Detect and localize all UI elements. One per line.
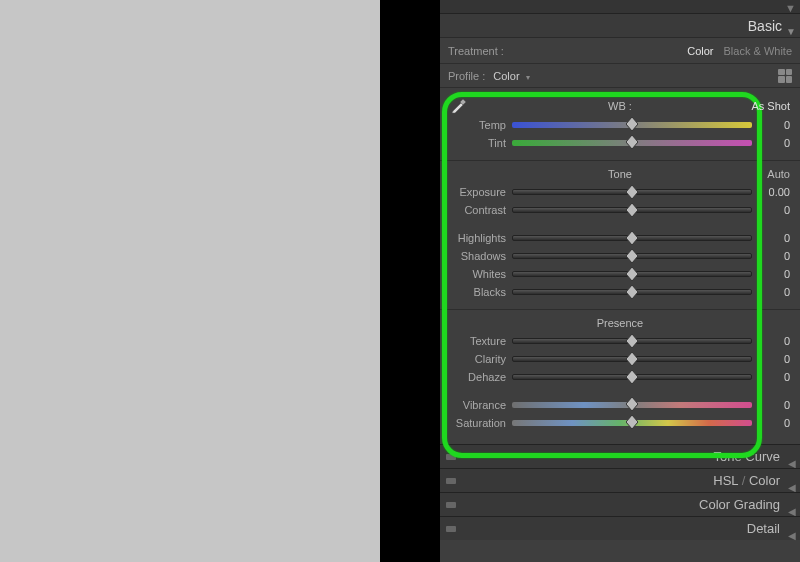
saturation-value[interactable]: 0 xyxy=(752,417,790,429)
color-grading-panel-header[interactable]: Color Grading ◀ xyxy=(440,492,800,516)
tint-slider[interactable] xyxy=(512,140,752,146)
slider-handle[interactable] xyxy=(626,397,638,411)
treatment-row: Treatment : Color Black & White xyxy=(440,38,800,64)
blacks-slider[interactable] xyxy=(512,289,752,295)
basic-panel-body: WB : As Shot Temp 0 Tint 0 Tone xyxy=(440,88,800,444)
saturation-label: Saturation xyxy=(450,417,512,429)
chevron-down-icon: ▼ xyxy=(786,20,796,44)
slider-handle[interactable] xyxy=(626,352,638,366)
blacks-value[interactable]: 0 xyxy=(752,286,790,298)
whites-slider[interactable] xyxy=(512,271,752,277)
contrast-slider[interactable] xyxy=(512,207,752,213)
slider-handle[interactable] xyxy=(626,203,638,217)
treatment-color-option[interactable]: Color xyxy=(687,45,713,57)
tone-curve-panel-header[interactable]: Tone Curve ◀ xyxy=(440,444,800,468)
develop-right-panel: ▼ Basic ▼ Treatment : Color Black & Whit… xyxy=(440,0,800,562)
shadows-slider[interactable] xyxy=(512,253,752,259)
vibrance-slider[interactable] xyxy=(512,402,752,408)
tint-slider-row: Tint 0 xyxy=(440,134,800,152)
shadows-label: Shadows xyxy=(450,250,512,262)
vibrance-label: Vibrance xyxy=(450,399,512,411)
profile-browser-icon[interactable] xyxy=(778,69,792,83)
profile-dropdown[interactable]: Color ▾ xyxy=(493,70,529,82)
slider-handle[interactable] xyxy=(626,370,638,384)
dehaze-label: Dehaze xyxy=(450,371,512,383)
image-canvas xyxy=(0,0,380,562)
presence-section: Presence Texture0 Clarity0 Dehaze0 Vibra… xyxy=(440,310,800,440)
tone-curve-title: Tone Curve xyxy=(714,449,780,464)
wb-title: WB : xyxy=(440,100,800,112)
hsl-title-a: HSL xyxy=(713,473,738,488)
contrast-label: Contrast xyxy=(450,204,512,216)
wb-section: WB : As Shot Temp 0 Tint 0 xyxy=(440,92,800,161)
whites-label: Whites xyxy=(450,268,512,280)
whites-value[interactable]: 0 xyxy=(752,268,790,280)
contrast-value[interactable]: 0 xyxy=(752,204,790,216)
slider-handle[interactable] xyxy=(626,185,638,199)
profile-value: Color xyxy=(493,70,519,82)
tint-label: Tint xyxy=(450,137,512,149)
tone-section: Tone Auto Exposure0.00 Contrast0 Highlig… xyxy=(440,161,800,310)
tone-title: Tone xyxy=(608,168,632,180)
temp-slider-row: Temp 0 xyxy=(440,116,800,134)
chevron-down-icon: ▾ xyxy=(526,73,530,82)
slider-handle[interactable] xyxy=(626,231,638,245)
texture-slider[interactable] xyxy=(512,338,752,344)
slash-divider: / xyxy=(738,473,749,488)
wb-preset-dropdown[interactable]: As Shot xyxy=(751,100,790,112)
profile-label: Profile : xyxy=(448,70,485,82)
dehaze-value[interactable]: 0 xyxy=(752,371,790,383)
vibrance-value[interactable]: 0 xyxy=(752,399,790,411)
temp-slider[interactable] xyxy=(512,122,752,128)
dehaze-slider[interactable] xyxy=(512,374,752,380)
collapsed-panel-above[interactable]: ▼ xyxy=(440,0,800,14)
detail-panel-header[interactable]: Detail ◀ xyxy=(440,516,800,540)
slider-handle[interactable] xyxy=(626,267,638,281)
slider-handle[interactable] xyxy=(626,415,638,429)
basic-panel-header[interactable]: Basic ▼ xyxy=(440,14,800,38)
texture-value[interactable]: 0 xyxy=(752,335,790,347)
blacks-label: Blacks xyxy=(450,286,512,298)
slider-handle[interactable] xyxy=(626,117,638,131)
temp-value[interactable]: 0 xyxy=(752,119,790,131)
treatment-label: Treatment : xyxy=(448,45,504,57)
clarity-label: Clarity xyxy=(450,353,512,365)
white-balance-dropper-icon[interactable] xyxy=(450,98,468,114)
profile-row: Profile : Color ▾ xyxy=(440,64,800,88)
panel-toggle-icon[interactable] xyxy=(446,454,456,460)
treatment-bw-option[interactable]: Black & White xyxy=(724,45,792,57)
basic-panel-title: Basic xyxy=(748,18,782,34)
texture-label: Texture xyxy=(450,335,512,347)
color-grading-title: Color Grading xyxy=(699,497,780,512)
highlights-label: Highlights xyxy=(450,232,512,244)
hsl-color-panel-header[interactable]: HSL / Color ◀ xyxy=(440,468,800,492)
saturation-slider[interactable] xyxy=(512,420,752,426)
panel-toggle-icon[interactable] xyxy=(446,526,456,532)
temp-label: Temp xyxy=(450,119,512,131)
shadows-value[interactable]: 0 xyxy=(752,250,790,262)
exposure-value[interactable]: 0.00 xyxy=(752,186,790,198)
exposure-label: Exposure xyxy=(450,186,512,198)
chevron-down-icon: ▼ xyxy=(785,2,796,14)
hsl-title-b: Color xyxy=(749,473,780,488)
tone-auto-button[interactable]: Auto xyxy=(767,168,790,180)
tint-value[interactable]: 0 xyxy=(752,137,790,149)
clarity-slider[interactable] xyxy=(512,356,752,362)
chevron-left-icon: ◀ xyxy=(788,524,796,548)
panel-toggle-icon[interactable] xyxy=(446,502,456,508)
slider-handle[interactable] xyxy=(626,334,638,348)
panel-background xyxy=(380,0,440,562)
slider-handle[interactable] xyxy=(626,285,638,299)
slider-handle[interactable] xyxy=(626,249,638,263)
presence-title: Presence xyxy=(597,317,643,329)
slider-handle[interactable] xyxy=(626,135,638,149)
clarity-value[interactable]: 0 xyxy=(752,353,790,365)
exposure-slider[interactable] xyxy=(512,189,752,195)
panel-toggle-icon[interactable] xyxy=(446,478,456,484)
detail-title: Detail xyxy=(747,521,780,536)
highlights-slider[interactable] xyxy=(512,235,752,241)
highlights-value[interactable]: 0 xyxy=(752,232,790,244)
